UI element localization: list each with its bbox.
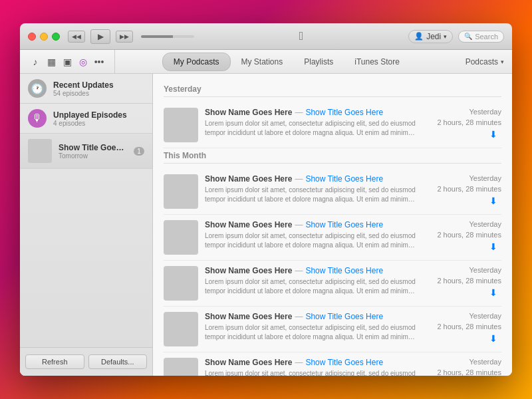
search-icon: 🔍 [464, 33, 472, 40]
episode-show-name: Show Name Goes Here [205, 312, 292, 321]
sidebar-item-show-title[interactable]: Show Title Goes Here Tomorrow 1 [20, 134, 152, 169]
close-button[interactable] [28, 33, 36, 41]
episode-meta: Yesterday 2 hours, 28 minutes ⬇ [437, 108, 501, 141]
episode-body: Show Name Goes Here — Show Title Goes He… [205, 108, 430, 138]
episode-dash: — [295, 174, 303, 184]
podcast-icon: 🎙 [28, 109, 47, 128]
episode-item: Show Name Goes Here — Show Title Goes He… [164, 352, 501, 376]
download-button[interactable]: ⬇ [489, 129, 501, 141]
episode-dash: — [295, 220, 303, 229]
episode-description: Lorem ipsum dolor sit amet, consectetur … [205, 119, 430, 138]
sidebar-footer: Refresh Defaults... [20, 347, 152, 376]
episode-body: Show Name Goes Here — Show Title Goes He… [205, 312, 430, 342]
grid-icon[interactable]: ▦ [44, 55, 59, 69]
download-button[interactable]: ⬇ [489, 241, 501, 253]
sidebar-item-text: Recent Updates 54 episodes [53, 80, 144, 97]
episode-description: Lorem ipsum dolor sit amet, consectetur … [205, 369, 430, 376]
play-button[interactable]: ▶ [90, 29, 110, 44]
sidebar-item-title: Unplayed Episodes [53, 110, 144, 120]
episode-title[interactable]: Show Title Goes Here [305, 108, 383, 117]
section-header: Yesterday [164, 84, 501, 97]
download-button[interactable]: ⬇ [489, 287, 501, 299]
episode-duration: 2 hours, 28 minutes [437, 185, 501, 193]
sidebar-item-text: Unplayed Episodes 4 episodes [53, 110, 144, 127]
episode-meta: Yesterday 2 hours, 28 minutes ⬇ [437, 174, 501, 207]
episode-date: Yesterday [469, 108, 501, 116]
clock-icon: 🕐 [28, 79, 47, 98]
podcast-icon[interactable]: ◎ [76, 55, 90, 69]
chevron-down-icon: ▾ [501, 59, 504, 65]
titlebar: ◀◀ ▶ ▶▶  👤 Jedi ▾ 🔍 Search [20, 23, 512, 50]
tab-my-podcasts[interactable]: My Podcasts [162, 53, 231, 71]
episode-item: Show Name Goes Here — Show Title Goes He… [164, 169, 501, 215]
episode-title-row: Show Name Goes Here — Show Title Goes He… [205, 312, 430, 321]
episode-show-name: Show Name Goes Here [205, 266, 292, 275]
sidebar: 🕐 Recent Updates 54 episodes 🎙 Unplayed … [20, 74, 153, 376]
episode-body: Show Name Goes Here — Show Title Goes He… [205, 266, 430, 296]
episode-date: Yesterday [469, 358, 501, 366]
episode-badge: 1 [134, 147, 144, 156]
playback-controls: ◀◀ ▶ ▶▶ [68, 29, 194, 44]
episode-duration: 2 hours, 28 minutes [437, 277, 501, 285]
back-button[interactable]: ◀◀ [68, 31, 85, 43]
traffic-lights [28, 33, 60, 41]
refresh-button[interactable]: Refresh [25, 354, 84, 369]
episode-dash: — [295, 358, 303, 367]
episode-item: Show Name Goes Here — Show Title Goes He… [164, 102, 501, 148]
episode-description: Lorem ipsum dolor sit amet, consectetur … [205, 186, 430, 204]
minimize-button[interactable] [40, 33, 48, 41]
episode-thumbnail [164, 108, 198, 142]
more-icon[interactable]: ••• [92, 55, 106, 69]
itunes-window: ◀◀ ▶ ▶▶  👤 Jedi ▾ 🔍 Search ♪ ▦ ▣ ◎ [20, 23, 512, 376]
sidebar-item-subtitle: 4 episodes [53, 120, 144, 127]
user-icon: 👤 [414, 32, 424, 41]
tab-playlists[interactable]: Playlists [293, 53, 344, 70]
maximize-button[interactable] [52, 33, 60, 41]
search-box[interactable]: 🔍 Search [458, 31, 504, 43]
episode-body: Show Name Goes Here — Show Title Goes He… [205, 358, 430, 376]
episode-dash: — [295, 108, 303, 117]
episode-date: Yesterday [469, 312, 501, 320]
episode-thumbnail [164, 312, 198, 346]
defaults-button[interactable]: Defaults... [88, 354, 148, 369]
volume-slider[interactable] [141, 35, 194, 38]
episode-meta: Yesterday 2 hours, 28 minutes ⬇ [437, 266, 501, 299]
tab-my-stations[interactable]: My Stations [231, 53, 294, 70]
episode-item: Show Name Goes Here — Show Title Goes He… [164, 261, 501, 307]
episode-duration: 2 hours, 28 minutes [437, 368, 501, 376]
toolbar-icons: ♪ ▦ ▣ ◎ ••• [20, 50, 115, 73]
episode-description: Lorem ipsum dolor sit amet, consectetur … [205, 277, 430, 296]
episode-title[interactable]: Show Title Goes Here [305, 266, 383, 275]
episode-date: Yesterday [469, 220, 501, 228]
sidebar-item-subtitle: Tomorrow [59, 152, 127, 160]
episode-title[interactable]: Show Title Goes Here [305, 312, 383, 321]
episode-title-row: Show Name Goes Here — Show Title Goes He… [205, 266, 430, 275]
skip-button[interactable]: ▶▶ [116, 31, 133, 43]
user-menu[interactable]: 👤 Jedi ▾ [408, 30, 453, 43]
content-area: Yesterday Show Name Goes Here — Show Tit… [153, 74, 512, 376]
download-button[interactable]: ⬇ [489, 196, 501, 207]
sidebar-item-unplayed[interactable]: 🎙 Unplayed Episodes 4 episodes [20, 104, 152, 134]
episode-title-row: Show Name Goes Here — Show Title Goes He… [205, 174, 430, 184]
toolbar: ♪ ▦ ▣ ◎ ••• My Podcasts My Stations Play… [20, 50, 512, 74]
display-icon[interactable]: ▣ [60, 55, 74, 69]
episode-show-name: Show Name Goes Here [205, 220, 292, 229]
music-icon[interactable]: ♪ [28, 55, 43, 69]
show-thumbnail [28, 139, 52, 163]
episode-title-row: Show Name Goes Here — Show Title Goes He… [205, 108, 430, 117]
episode-meta: Yesterday 2 hours, 28 minutes ⬇ [437, 220, 501, 253]
episode-item: Show Name Goes Here — Show Title Goes He… [164, 215, 501, 261]
download-button[interactable]: ⬇ [489, 333, 501, 345]
episode-title[interactable]: Show Title Goes Here [305, 358, 383, 367]
episode-show-name: Show Name Goes Here [205, 174, 292, 184]
episode-title[interactable]: Show Title Goes Here [305, 174, 383, 184]
tab-itunes-store[interactable]: iTunes Store [344, 53, 410, 70]
episode-date: Yesterday [469, 174, 501, 182]
sidebar-item-title: Show Title Goes Here [59, 143, 127, 152]
episode-show-name: Show Name Goes Here [205, 108, 292, 117]
episode-duration: 2 hours, 28 minutes [437, 118, 501, 126]
sidebar-item-recent-updates[interactable]: 🕐 Recent Updates 54 episodes [20, 74, 152, 104]
episode-thumbnail [164, 358, 198, 376]
episode-dash: — [295, 266, 303, 275]
episode-title[interactable]: Show Title Goes Here [305, 220, 383, 229]
